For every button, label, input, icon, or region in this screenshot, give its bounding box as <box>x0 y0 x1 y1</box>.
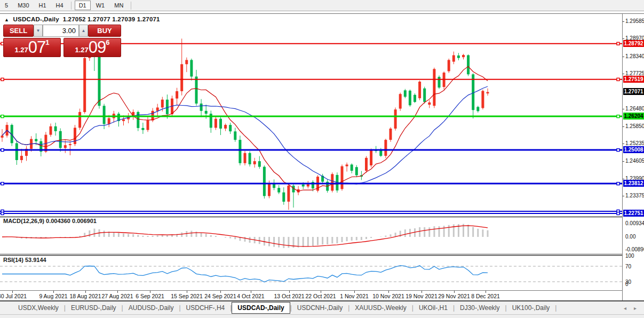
chevron-up-icon: ▲ <box>82 28 86 33</box>
price-axis-tick-label: 1.25850 <box>625 123 644 129</box>
one-click-trade-widget: SELL ▼ 3.00 ▲ BUY 1.27071 1.27096 <box>3 25 121 57</box>
price-axis-tick-label: 1.25235 <box>625 140 644 146</box>
timeframe-toolbar: 5M30H1H4D1W1MN <box>0 0 644 11</box>
tab-ukoil-h1[interactable]: UKOil-,H1 <box>414 303 453 313</box>
price-axis-tick-label: 1.29585 <box>625 18 644 24</box>
sell-price-button[interactable]: 1.27071 <box>3 38 61 57</box>
timeframe-button-w1[interactable]: W1 <box>92 1 109 10</box>
date-axis-label: 29 Nov 2021 <box>438 293 470 299</box>
symbol-arrow-icon: ▲ <box>4 17 9 22</box>
buy-price-big: 09 <box>89 39 106 55</box>
sell-price-pip: 1 <box>45 40 49 45</box>
price-tag-level[interactable]: 1.22751 <box>623 210 644 217</box>
trading-platform-window: 5M30H1H4D1W1MN ▲ USDCAD-,Daily 1.27052 1… <box>0 0 644 318</box>
chart-window: ▲ USDCAD-,Daily 1.27052 1.27077 1.27039 … <box>0 13 644 300</box>
price-axis-tick <box>623 21 624 22</box>
date-axis-label: 27 Aug 2021 <box>102 293 133 299</box>
symbol-label: USDCAD-,Daily <box>13 16 59 22</box>
tab-eurusd-daily[interactable]: EURUSD-,Daily <box>66 303 122 313</box>
date-axis-label: 22 Oct 2021 <box>305 293 336 299</box>
buy-price-pip: 6 <box>106 40 109 45</box>
macd-label: MACD(12,26,9) 0.004360 0.006901 <box>3 218 97 224</box>
tab-usdcnh-daily[interactable]: USDCNH-,Daily <box>292 303 348 313</box>
date-axis[interactable]: 30 Jul 20219 Aug 202118 Aug 202127 Aug 2… <box>0 290 622 301</box>
symbol-tab-bar: USDX,Weekly|EURUSD-,Daily|AUDUSD-,Daily|… <box>0 300 644 314</box>
date-axis-label: 6 Sep 2021 <box>136 293 164 299</box>
tab-usdcad-daily[interactable]: USDCAD-,Daily <box>232 302 290 314</box>
price-axis[interactable]: 1.295851.289701.283401.277251.264801.258… <box>622 14 644 301</box>
timeframe-button-h4[interactable]: H4 <box>52 1 68 10</box>
date-axis-label: 24 Sep 2021 <box>204 293 236 299</box>
timeframe-button-h1[interactable]: H1 <box>35 1 51 10</box>
buy-button[interactable]: BUY <box>88 25 121 37</box>
price-axis-tick-label: 1.28340 <box>625 53 644 59</box>
price-axis-tick-label: 1.26480 <box>625 106 644 112</box>
date-axis-label: 8 Dec 2021 <box>471 293 500 299</box>
price-tag-level[interactable]: 1.26204 <box>623 113 644 120</box>
price-tag-level[interactable]: 1.23812 <box>623 180 644 187</box>
date-axis-label: 1 Nov 2021 <box>340 293 369 299</box>
rsi-label: RSI(14) 53.9144 <box>3 257 46 263</box>
ohlc-info-line: ▲ USDCAD-,Daily 1.27052 1.27077 1.27039 … <box>4 16 160 22</box>
buy-price-button[interactable]: 1.27096 <box>63 38 121 57</box>
tabs-scroll-left-icon[interactable]: ◂ <box>624 305 626 311</box>
tab-xauusd-weekly[interactable]: XAUUSD-,Weekly <box>349 303 411 313</box>
price-axis-tick <box>623 179 624 179</box>
price-axis-tick-label: 1.23375 <box>625 193 644 198</box>
tab-audusd-daily[interactable]: AUDUSD-,Daily <box>123 303 179 313</box>
chevron-down-icon: ▼ <box>36 28 41 33</box>
date-axis-label: 9 Aug 2021 <box>39 293 67 299</box>
toolbar-separator <box>71 2 71 10</box>
current-price-tag: 1.27071 <box>623 88 644 95</box>
volume-input[interactable]: 3.00 <box>43 25 79 37</box>
macd-axis-label: 0.009345 <box>625 220 644 226</box>
tabs-scroll-right-icon[interactable]: ▸ <box>634 305 637 311</box>
date-axis-label: 30 Jul 2021 <box>0 293 27 299</box>
price-tag-level[interactable]: 1.27519 <box>623 76 644 83</box>
volume-increase-button[interactable]: ▲ <box>79 25 88 37</box>
price-axis-tick <box>623 109 624 109</box>
sell-button[interactable]: SELL <box>3 25 34 37</box>
sell-price-big: 07 <box>28 39 45 55</box>
macd-axis-label: 0.00 <box>625 234 635 240</box>
tab-scroll-arrows: ◂▸ <box>624 305 637 311</box>
sell-price-prefix: 1.27 <box>14 45 28 55</box>
timeframe-button-mn[interactable]: MN <box>110 1 128 10</box>
rsi-axis-label: 100 <box>625 253 634 259</box>
timeframe-button-5[interactable]: 5 <box>1 1 12 10</box>
tab-dj30-weekly[interactable]: DJ30-,Weekly <box>455 303 505 313</box>
date-axis-label: 15 Sep 2021 <box>171 293 203 299</box>
macd-axis-label: -0.008902 <box>625 247 644 252</box>
date-axis-label: 13 Oct 2021 <box>274 293 304 299</box>
date-axis-label: 10 Nov 2021 <box>372 293 404 299</box>
date-axis-label: 4 Oct 2021 <box>237 293 264 299</box>
ohlc-values: 1.27052 1.27077 1.27039 1.27071 <box>63 16 160 22</box>
price-tag-level[interactable]: 1.28792 <box>623 40 644 47</box>
rsi-axis-label: 70 <box>625 264 631 269</box>
price-axis-tick <box>623 196 624 196</box>
toolbar-separator <box>131 2 131 10</box>
price-axis-tick <box>623 161 624 162</box>
price-axis-tick <box>623 74 624 74</box>
bottom-scroll-strip[interactable] <box>0 314 644 318</box>
buy-price-prefix: 1.27 <box>75 45 88 55</box>
tab-separator: | <box>555 304 556 312</box>
price-axis-tick <box>623 126 624 127</box>
rsi-axis-label: 0 <box>625 281 629 287</box>
tab-usdchf-h4[interactable]: USDCHF-,H4 <box>181 303 230 313</box>
price-axis-tick <box>623 144 624 144</box>
price-axis-tick <box>623 38 624 39</box>
price-tag-level[interactable]: 1.25008 <box>623 146 644 153</box>
timeframe-button-m30[interactable]: M30 <box>13 1 33 10</box>
tab-uk100-daily[interactable]: UK100-,Daily <box>507 303 555 313</box>
date-axis-label: 19 Nov 2021 <box>406 293 438 299</box>
date-axis-label: 18 Aug 2021 <box>70 293 101 299</box>
price-axis-tick-label: 1.24605 <box>625 158 644 164</box>
price-axis-tick <box>623 57 624 57</box>
timeframe-button-d1[interactable]: D1 <box>75 1 91 10</box>
volume-decrease-button[interactable]: ▼ <box>34 25 43 37</box>
tab-usdx-weekly[interactable]: USDX,Weekly <box>13 303 64 313</box>
